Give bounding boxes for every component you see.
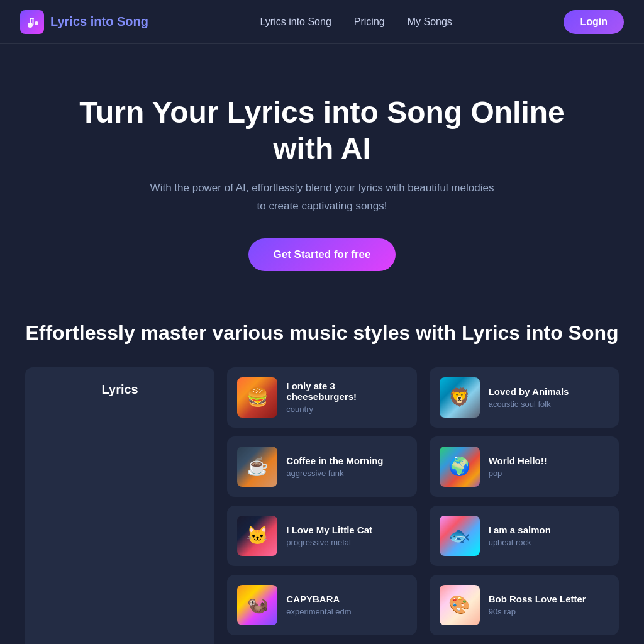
song-genre-4: experimental edm	[286, 607, 351, 616]
song-card-bob-ross[interactable]: 🎨 Bob Ross Love Letter 90s rap	[430, 575, 619, 635]
navbar: Lyrics into Song Lyrics into Song Pricin…	[0, 0, 644, 44]
song-info-5: Loved by Animals acoustic soul folk	[489, 386, 569, 409]
hero-section: Turn Your Lyrics into Song Online with A…	[0, 44, 644, 309]
song-thumbnail-1: 🍔	[237, 377, 277, 418]
song-card-cheeseburgers[interactable]: 🍔 I only ate 3 cheeseburgers! country	[227, 367, 416, 428]
left-column: 🍔 I only ate 3 cheeseburgers! country ☕ …	[227, 367, 416, 635]
nav-link-my-songs[interactable]: My Songs	[408, 16, 452, 27]
song-thumbnail-8: 🎨	[440, 585, 480, 625]
song-title-4: CAPYBARA	[286, 594, 351, 604]
song-thumbnail-6: 🌍	[440, 447, 480, 487]
song-genre-6: pop	[489, 469, 547, 478]
logo-link[interactable]: Lyrics into Song	[20, 10, 148, 34]
song-genre-8: 90s rap	[489, 607, 586, 616]
styles-heading: Effortlessly master various music styles…	[25, 321, 619, 345]
song-genre-7: upbeat rock	[489, 538, 551, 547]
song-info-1: I only ate 3 cheeseburgers! country	[286, 380, 406, 414]
hero-subheading: With the power of AI, effortlessly blend…	[146, 179, 498, 216]
song-genre-1: country	[286, 404, 406, 414]
styles-grid: 🍔 I only ate 3 cheeseburgers! country ☕ …	[25, 367, 619, 644]
song-card-capybara[interactable]: 🦦 CAPYBARA experimental edm	[227, 575, 416, 635]
logo-text: Lyrics into Song	[50, 14, 148, 29]
song-info-7: I am a salmon upbeat rock	[489, 525, 551, 547]
song-title-2: Coffee in the Morning	[286, 455, 383, 466]
lyrics-panel: Lyrics	[25, 367, 214, 644]
cta-button[interactable]: Get Started for free	[248, 238, 396, 271]
hero-heading: Turn Your Lyrics into Song Online with A…	[70, 94, 574, 167]
song-info-8: Bob Ross Love Letter 90s rap	[489, 594, 586, 616]
nav-link-pricing[interactable]: Pricing	[354, 16, 385, 27]
song-card-animals[interactable]: 🦁 Loved by Animals acoustic soul folk	[430, 367, 619, 428]
song-thumbnail-2: ☕	[237, 447, 277, 487]
song-title-7: I am a salmon	[489, 525, 551, 535]
nav-link-home[interactable]: Lyrics into Song	[260, 16, 331, 27]
song-thumbnail-3: 🐱	[237, 516, 277, 556]
song-info-6: World Hello!! pop	[489, 455, 547, 478]
song-info-4: CAPYBARA experimental edm	[286, 594, 351, 616]
song-thumbnail-5: 🦁	[440, 377, 480, 418]
nav-links: Lyrics into Song Pricing My Songs	[260, 16, 452, 28]
song-title-1: I only ate 3 cheeseburgers!	[286, 380, 406, 402]
song-genre-5: acoustic soul folk	[489, 399, 569, 409]
svg-point-1	[35, 21, 38, 25]
song-thumbnail-4: 🦦	[237, 585, 277, 625]
song-title-8: Bob Ross Love Letter	[489, 594, 586, 604]
song-genre-3: progressive metal	[286, 538, 372, 547]
song-title-3: I Love My Little Cat	[286, 525, 372, 535]
song-title-6: World Hello!!	[489, 455, 547, 466]
logo-icon	[20, 10, 44, 34]
svg-rect-4	[30, 18, 34, 19]
song-card-cat[interactable]: 🐱 I Love My Little Cat progressive metal	[227, 506, 416, 566]
styles-section: Effortlessly master various music styles…	[0, 309, 644, 644]
song-card-salmon[interactable]: 🐟 I am a salmon upbeat rock	[430, 506, 619, 566]
song-info-3: I Love My Little Cat progressive metal	[286, 525, 372, 547]
song-title-5: Loved by Animals	[489, 386, 569, 397]
lyrics-panel-title: Lyrics	[102, 382, 138, 397]
login-button[interactable]: Login	[564, 10, 624, 34]
song-card-world-hello[interactable]: 🌍 World Hello!! pop	[430, 436, 619, 497]
song-thumbnail-7: 🐟	[440, 516, 480, 556]
song-info-2: Coffee in the Morning aggressive funk	[286, 455, 383, 478]
song-genre-2: aggressive funk	[286, 469, 383, 478]
center-column: 🦁 Loved by Animals acoustic soul folk 🌍 …	[430, 367, 619, 635]
song-card-coffee[interactable]: ☕ Coffee in the Morning aggressive funk	[227, 436, 416, 497]
